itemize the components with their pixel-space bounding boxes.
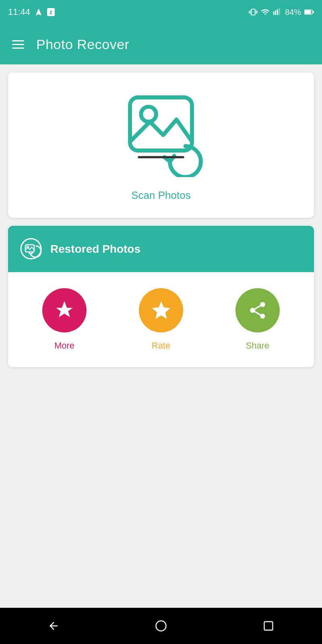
- back-icon: [47, 620, 60, 632]
- back-button[interactable]: [41, 614, 66, 638]
- time-display: 11:44: [8, 7, 30, 17]
- rate-circle: [139, 288, 183, 332]
- menu-button[interactable]: [12, 40, 24, 49]
- more-action-item[interactable]: More: [42, 288, 87, 351]
- app-bar: Photo Recover: [0, 24, 322, 64]
- restored-header: Restored Photos: [8, 226, 314, 272]
- svg-rect-1: [275, 10, 276, 15]
- app-title: Photo Recover: [36, 37, 129, 52]
- home-button[interactable]: [149, 614, 173, 638]
- bottom-nav: [0, 608, 322, 644]
- svg-rect-0: [273, 11, 275, 15]
- more-label: More: [54, 341, 74, 351]
- status-left: 11:44 z: [8, 7, 55, 17]
- notification-icon: z: [47, 8, 55, 16]
- share-action-item[interactable]: Share: [235, 288, 280, 351]
- vibrate-icon: [249, 8, 258, 17]
- share-icon: [248, 300, 268, 320]
- photo-scan-icon: [117, 89, 205, 177]
- svg-rect-6: [313, 11, 314, 13]
- scan-card[interactable]: Scan Photos: [8, 72, 314, 218]
- status-bar: 11:44 z 84%: [0, 0, 322, 24]
- svg-rect-2: [277, 9, 278, 15]
- svg-rect-7: [130, 97, 192, 151]
- share-label: Share: [246, 341, 270, 351]
- recent-button[interactable]: [256, 614, 281, 638]
- home-icon: [155, 620, 167, 632]
- menu-line-3: [12, 47, 24, 49]
- scan-photos-label: Scan Photos: [131, 189, 190, 202]
- scan-icon-container: [117, 89, 205, 177]
- rate-label: Rate: [152, 341, 170, 351]
- navigation-icon: [34, 8, 43, 17]
- svg-point-13: [156, 621, 166, 631]
- svg-rect-5: [305, 10, 311, 14]
- menu-line-1: [12, 40, 24, 41]
- battery-icon: [304, 9, 314, 15]
- actions-row: More Rate Sh: [8, 272, 314, 367]
- restored-header-icon: [20, 238, 42, 260]
- battery-percentage: 84%: [285, 8, 301, 17]
- wifi-icon: [261, 8, 270, 17]
- more-icon: [54, 300, 74, 320]
- svg-rect-14: [264, 622, 272, 630]
- svg-rect-3: [279, 8, 280, 15]
- share-circle: [235, 288, 280, 332]
- rate-action-item[interactable]: Rate: [139, 288, 183, 351]
- recent-icon: [263, 620, 274, 632]
- signal-icon: [273, 8, 282, 17]
- restored-section: Restored Photos More: [8, 226, 314, 367]
- status-right: 84%: [249, 8, 314, 17]
- menu-line-2: [12, 44, 24, 45]
- restored-title: Restored Photos: [50, 243, 140, 256]
- more-circle: [42, 288, 87, 332]
- rate-icon: [150, 299, 172, 322]
- svg-point-8: [141, 107, 156, 122]
- main-content: Scan Photos Restored Photos: [0, 64, 322, 608]
